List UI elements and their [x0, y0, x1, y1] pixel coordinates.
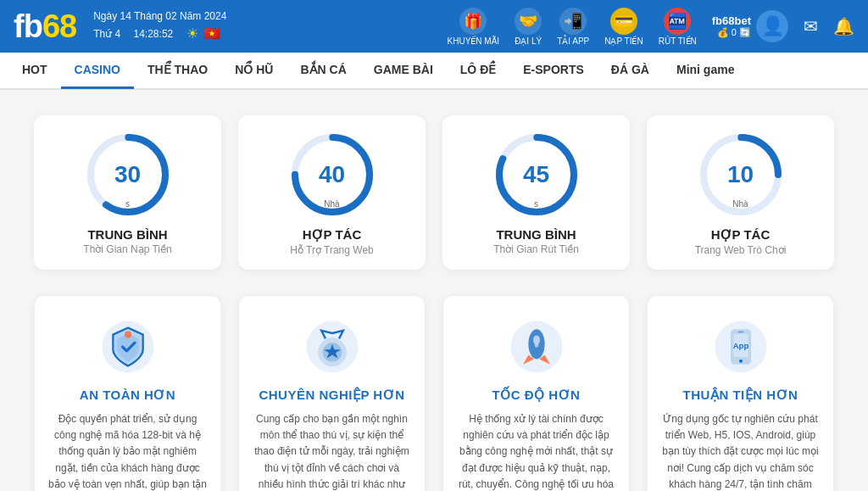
gauge-unit-3: Nhà — [732, 199, 748, 209]
feature-title-toc-do: TỐC ĐỘ HƠN — [492, 388, 581, 403]
nav-e-sports[interactable]: E-SPORTS — [509, 52, 598, 89]
user-info[interactable]: fb68bet 💰 0 🔄 👤 — [712, 10, 788, 42]
stats-row: 30 s TRUNG BÌNH Thời Gian Nạp Tiền 40 Nh… — [34, 115, 834, 270]
gauge-0: 30 s — [86, 132, 170, 217]
svg-point-24 — [739, 360, 743, 363]
gauge-1: 40 Nhà — [290, 132, 375, 217]
feature-icon-an-toan — [97, 316, 159, 377]
stat-subtitle-2: Thời Gian Rút Tiền — [493, 243, 579, 255]
svg-point-19 — [534, 343, 538, 348]
header-day: Thứ 4 — [93, 26, 120, 42]
svg-text:App: App — [732, 341, 748, 350]
feature-card-thuan-tien: App THUẬN TIỆN HƠN Ứng dụng gốc tự nghiê… — [647, 295, 834, 491]
nav-casino[interactable]: CASINO — [61, 52, 134, 89]
nap-tien-button[interactable]: 💳 NẠP TIỀN — [604, 8, 643, 46]
header-date: Ngày 14 Tháng 02 Năm 2024 — [93, 8, 226, 24]
nav-game-bai[interactable]: GAME BÀI — [360, 52, 447, 89]
stat-card-3: 10 Nhà HỢP TÁC Trang Web Trò Chơi — [647, 115, 834, 270]
nap-tien-icon: 💳 — [610, 8, 637, 35]
gauge-value-2: 45 — [523, 161, 549, 188]
svg-point-18 — [533, 335, 540, 344]
main-content: 30 s TRUNG BÌNH Thời Gian Nạp Tiền 40 Nh… — [0, 90, 868, 491]
feature-desc-an-toan: Độc quyền phát triển, sử dụng công nghệ … — [48, 411, 207, 491]
nav-mini-game[interactable]: Mini game — [663, 52, 748, 89]
rut-tien-label: RÚT TIỀN — [659, 36, 697, 46]
header-actions: 🎁 KHUYẾN MÃI 🤝 ĐẠI LÝ 📲 TẢI APP 💳 NẠP TI… — [448, 8, 854, 46]
notification-icon[interactable]: 🔔 — [833, 16, 854, 36]
dai-ly-button[interactable]: 🤝 ĐẠI LÝ — [515, 8, 542, 46]
rut-tien-icon: 🏧 — [664, 8, 691, 35]
khuyen-mai-icon: 🎁 — [459, 8, 487, 35]
khuyen-mai-label: KHUYẾN MÃI — [448, 36, 500, 46]
stat-title-0: TRUNG BÌNH — [87, 227, 167, 242]
feature-icon-chuyen-nghiep — [302, 316, 363, 377]
nav-no-hu[interactable]: NỔ HŨ — [221, 52, 287, 89]
dai-ly-icon: 🤝 — [515, 8, 542, 35]
avatar[interactable]: 👤 — [756, 10, 788, 42]
nav-lo-de[interactable]: LÔ ĐỀ — [447, 52, 509, 89]
nav-ban-ca[interactable]: BẮN CÁ — [287, 52, 359, 89]
stat-card-2: 45 s TRUNG BÌNH Thời Gian Rút Tiền — [442, 115, 630, 270]
stat-card-1: 40 Nhà HỢP TÁC Hỗ Trợ Trang Web — [238, 115, 426, 270]
feature-title-chuyen-nghiep: CHUYÊN NGHIỆP HƠN — [259, 388, 404, 403]
svg-point-9 — [125, 332, 131, 338]
gauge-value-3: 10 — [727, 161, 754, 188]
feature-title-thuan-tien: THUẬN TIỆN HƠN — [683, 388, 798, 403]
tai-app-label: TẢI APP — [557, 36, 589, 46]
gauge-3: 10 Nhà — [698, 132, 783, 217]
stat-title-1: HỢP TÁC — [303, 227, 362, 243]
dai-ly-label: ĐẠI LÝ — [515, 36, 542, 46]
gauge-value-0: 30 — [114, 161, 141, 188]
gauge-unit-0: s — [125, 199, 130, 209]
stat-title-3: HỢP TÁC — [711, 227, 771, 243]
feature-card-chuyen-nghiep: CHUYÊN NGHIỆP HƠN Cung cấp cho bạn gần m… — [238, 295, 426, 491]
sun-icon: ☀ — [186, 24, 198, 44]
svg-rect-25 — [737, 332, 743, 333]
tai-app-button[interactable]: 📲 TẢI APP — [557, 8, 589, 46]
logo-fb: fb — [14, 8, 42, 44]
logo-num: 68 — [42, 8, 76, 44]
khuyen-mai-button[interactable]: 🎁 KHUYẾN MÃI — [448, 8, 500, 46]
datetime-display: Ngày 14 Tháng 02 Năm 2024 Thứ 4 14:28:52… — [93, 8, 226, 44]
feature-desc-chuyen-nghiep: Cung cấp cho bạn gần một nghìn môn thể t… — [253, 411, 411, 491]
feature-card-an-toan: AN TOÀN HƠN Độc quyền phát triển, sử dụn… — [34, 295, 221, 491]
main-nav: HOT CASINO THỂ THAO NỔ HŨ BẮN CÁ GAME BÀ… — [0, 53, 868, 90]
stat-subtitle-1: Hỗ Trợ Trang Web — [290, 244, 373, 256]
site-logo[interactable]: fb68 — [14, 10, 76, 42]
balance: 💰 0 🔄 — [717, 27, 751, 38]
feature-desc-thuan-tien: Ứng dụng gốc tự nghiên cứu phát triển We… — [661, 411, 820, 491]
tai-app-icon: 📲 — [559, 8, 587, 35]
nav-hot[interactable]: HOT — [8, 52, 61, 89]
gauge-2: 45 s — [494, 132, 579, 217]
features-row: AN TOÀN HƠN Độc quyền phát triển, sử dụn… — [34, 295, 834, 491]
feature-icon-thuan-tien: App — [710, 316, 771, 377]
stat-card-0: 30 s TRUNG BÌNH Thời Gian Nạp Tiền — [34, 115, 221, 270]
stat-subtitle-3: Trang Web Trò Chơi — [695, 244, 787, 256]
rut-tien-button[interactable]: 🏧 RÚT TIỀN — [659, 8, 697, 46]
nav-da-ga[interactable]: ĐÁ GÀ — [598, 52, 663, 89]
feature-desc-toc-do: Hệ thống xử lý tài chính được nghiên cứu… — [457, 411, 615, 491]
message-icon[interactable]: ✉ — [804, 16, 818, 36]
vn-flag: 🇻🇳 — [203, 24, 220, 44]
gauge-value-1: 40 — [319, 161, 345, 188]
feature-icon-toc-do — [506, 316, 567, 377]
stat-title-2: TRUNG BÌNH — [496, 227, 576, 242]
gauge-unit-1: Nhà — [324, 199, 339, 209]
header-time: 14:28:52 — [134, 26, 174, 42]
nav-the-thao[interactable]: THỂ THAO — [134, 52, 221, 89]
stat-subtitle-0: Thời Gian Nạp Tiền — [83, 243, 171, 255]
gauge-unit-2: s — [534, 199, 538, 209]
feature-title-an-toan: AN TOÀN HƠN — [80, 388, 175, 403]
username: fb68bet — [712, 14, 751, 27]
site-header: fb68 Ngày 14 Tháng 02 Năm 2024 Thứ 4 14:… — [0, 0, 868, 53]
feature-card-toc-do: TỐC ĐỘ HƠN Hệ thống xử lý tài chính được… — [442, 295, 630, 491]
nap-tien-label: NẠP TIỀN — [604, 36, 643, 46]
